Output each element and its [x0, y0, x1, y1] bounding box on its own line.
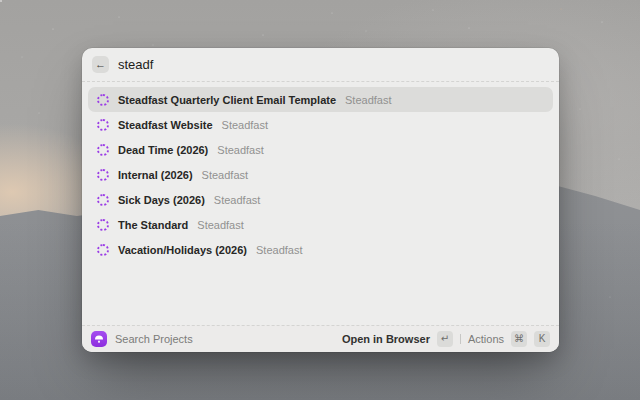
result-subtitle: Steadfast: [197, 219, 243, 231]
return-key-icon: ↵: [437, 331, 453, 347]
project-ring-icon: [97, 219, 109, 231]
result-row[interactable]: Steadfast Website Steadfast: [88, 112, 553, 137]
footer-bar: Search Projects Open in Browser ↵ Action…: [82, 325, 559, 352]
result-title: Steadfast Website: [118, 119, 213, 131]
dome-glyph-icon: [94, 334, 104, 344]
result-title: Vacation/Holidays (2026): [118, 244, 247, 256]
result-title: Sick Days (2026): [118, 194, 205, 206]
result-row[interactable]: Vacation/Holidays (2026) Steadfast: [88, 237, 553, 262]
result-subtitle: Steadfast: [222, 119, 268, 131]
result-title: Internal (2026): [118, 169, 193, 181]
result-title: Steadfast Quarterly Client Email Templat…: [118, 94, 336, 106]
result-row[interactable]: Internal (2026) Steadfast: [88, 162, 553, 187]
back-arrow-icon: ←: [95, 59, 106, 70]
primary-action-button[interactable]: Open in Browser: [342, 333, 430, 345]
back-button[interactable]: ←: [92, 56, 109, 73]
result-title: Dead Time (2026): [118, 144, 208, 156]
result-subtitle: Steadfast: [214, 194, 260, 206]
footer-divider: [460, 334, 461, 344]
command-name-label: Search Projects: [115, 333, 193, 345]
result-subtitle: Steadfast: [217, 144, 263, 156]
search-palette-window: ← steadf Steadfast Quarterly Client Emai…: [82, 48, 559, 352]
project-ring-icon: [97, 169, 109, 181]
result-subtitle: Steadfast: [345, 94, 391, 106]
actions-menu-button[interactable]: Actions: [468, 333, 504, 345]
extension-app-icon: [91, 331, 107, 347]
command-key-icon: ⌘: [511, 331, 527, 347]
footer-actions: Open in Browser ↵ Actions ⌘ K: [342, 331, 550, 347]
k-key-icon: K: [534, 331, 550, 347]
result-list: Steadfast Quarterly Client Email Templat…: [82, 82, 559, 262]
result-title: The Standard: [118, 219, 188, 231]
project-ring-icon: [97, 94, 109, 106]
search-header: ← steadf: [82, 48, 559, 82]
project-ring-icon: [97, 144, 109, 156]
project-ring-icon: [97, 244, 109, 256]
result-row[interactable]: The Standard Steadfast: [88, 212, 553, 237]
result-row[interactable]: Sick Days (2026) Steadfast: [88, 187, 553, 212]
result-subtitle: Steadfast: [202, 169, 248, 181]
result-row[interactable]: Dead Time (2026) Steadfast: [88, 137, 553, 162]
result-row[interactable]: Steadfast Quarterly Client Email Templat…: [88, 87, 553, 112]
search-input[interactable]: steadf: [118, 57, 153, 72]
wallpaper-stars: [0, 0, 2, 2]
project-ring-icon: [97, 194, 109, 206]
result-subtitle: Steadfast: [256, 244, 302, 256]
project-ring-icon: [97, 119, 109, 131]
